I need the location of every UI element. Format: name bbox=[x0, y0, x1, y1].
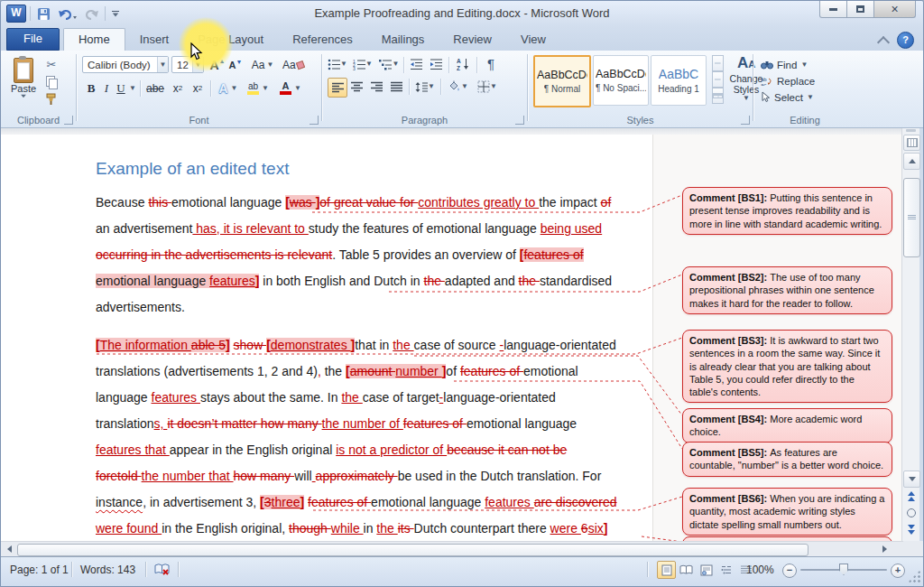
replace-button[interactable]: abac Replace bbox=[761, 73, 815, 89]
scroll-down-button[interactable] bbox=[903, 471, 920, 488]
bullets-button[interactable]: ▼ bbox=[328, 56, 347, 72]
font-dialog-launcher[interactable] bbox=[310, 116, 319, 125]
style-no-spaci[interactable]: AaBbCcDc¶ No Spaci... bbox=[593, 55, 649, 106]
tab-home[interactable]: Home bbox=[63, 28, 125, 51]
tab-view[interactable]: View bbox=[506, 29, 560, 51]
help-button[interactable]: ? bbox=[897, 32, 914, 49]
window-resize-grip[interactable] bbox=[908, 570, 920, 582]
maximize-button[interactable] bbox=[847, 1, 874, 18]
collapse-ribbon-icon[interactable] bbox=[877, 35, 890, 48]
page-indicator[interactable]: Page: 1 of 1 bbox=[10, 562, 69, 578]
word-count[interactable]: Words: 143 bbox=[80, 562, 135, 578]
shrink-font-button[interactable]: A▼ bbox=[227, 55, 244, 74]
underline-dropdown[interactable]: ▼ bbox=[128, 79, 137, 98]
underline-button[interactable]: U bbox=[115, 79, 127, 98]
document-line: an advertisement has, it is relevant to … bbox=[96, 216, 612, 242]
shading-button[interactable]: ▼ bbox=[445, 78, 470, 96]
italic-button[interactable]: I bbox=[100, 79, 113, 98]
split-handle[interactable] bbox=[906, 129, 916, 132]
comment-balloon-bs2[interactable]: Comment [BS2]: The use of too many prepo… bbox=[682, 266, 892, 314]
outline-view-button[interactable] bbox=[716, 561, 735, 579]
vertical-scroll-thumb[interactable] bbox=[903, 178, 920, 257]
font-size-combobox[interactable]: 12 ▼ bbox=[171, 56, 204, 73]
document-line: translations (advertisements 1, 2 and 4)… bbox=[96, 359, 617, 385]
select-browse-object-button[interactable] bbox=[904, 507, 919, 519]
zoom-in-button[interactable]: + bbox=[891, 564, 905, 578]
scroll-left-button[interactable] bbox=[3, 544, 15, 554]
numbering-button[interactable]: 123▼ bbox=[353, 56, 373, 72]
style-scroll-down-button[interactable] bbox=[712, 71, 724, 88]
scroll-right-button[interactable] bbox=[878, 544, 891, 554]
customize-quick-access-button[interactable] bbox=[109, 5, 122, 23]
tab-page-layout[interactable]: Page Layout bbox=[183, 29, 278, 51]
print-layout-view-button[interactable] bbox=[657, 561, 676, 579]
multilevel-list-button[interactable]: ▼ bbox=[378, 56, 400, 72]
copy-button[interactable] bbox=[42, 73, 60, 90]
save-button[interactable] bbox=[34, 5, 52, 23]
select-button[interactable]: Select ▼ bbox=[761, 89, 814, 105]
undo-button[interactable] bbox=[56, 5, 79, 23]
style-gallery-more-button[interactable] bbox=[712, 88, 724, 104]
cut-button[interactable]: ✂ bbox=[42, 56, 60, 73]
tab-review[interactable]: Review bbox=[439, 29, 506, 51]
superscript-button[interactable]: x2 bbox=[189, 79, 207, 98]
document-canvas[interactable]: Example of an edited text Because this e… bbox=[1, 128, 903, 541]
horizontal-scroll-thumb[interactable] bbox=[17, 544, 808, 556]
comment-balloon-bs5[interactable]: Comment [BS5]: As features are countable… bbox=[682, 442, 892, 477]
show-hide-pilcrow-button[interactable]: ¶ bbox=[483, 54, 499, 72]
font-color-button[interactable]: A ▼ bbox=[277, 79, 304, 98]
zoom-slider-thumb[interactable] bbox=[839, 564, 848, 575]
decrease-indent-button[interactable] bbox=[407, 56, 425, 72]
align-left-button[interactable] bbox=[328, 78, 347, 98]
strikethrough-button[interactable]: abe bbox=[143, 79, 167, 98]
style-normal[interactable]: AaBbCcDc¶ Normal bbox=[533, 55, 591, 107]
previous-page-button[interactable] bbox=[904, 489, 919, 502]
justify-button[interactable] bbox=[387, 78, 405, 96]
comment-balloon-bs3[interactable]: Comment [BS3]: It is awkward to start tw… bbox=[682, 330, 892, 403]
minimize-button[interactable] bbox=[819, 1, 847, 18]
proofing-status-button[interactable] bbox=[154, 563, 171, 579]
tab-references[interactable]: References bbox=[278, 29, 366, 51]
next-page-button[interactable] bbox=[904, 523, 919, 536]
text-effects-button[interactable]: A ▼ bbox=[216, 79, 241, 98]
tab-mailings[interactable]: Mailings bbox=[367, 29, 439, 51]
change-case-button[interactable]: Aa▼ bbox=[251, 55, 274, 74]
horizontal-scrollbar[interactable] bbox=[1, 541, 903, 556]
style-heading-1[interactable]: AaBbCHeading 1 bbox=[651, 55, 707, 106]
paste-button[interactable]: Paste bbox=[6, 55, 41, 115]
zoom-out-button[interactable]: − bbox=[782, 564, 797, 578]
comment-balloon-bs4[interactable]: Comment [BS4]: More academic word choice… bbox=[682, 408, 892, 443]
clear-formatting-button[interactable]: Aa bbox=[282, 55, 304, 74]
styles-dialog-launcher[interactable] bbox=[741, 116, 750, 125]
bold-button[interactable]: B bbox=[84, 79, 98, 98]
comment-balloon-bs1[interactable]: Comment [BS1]: Putting this sentence in … bbox=[682, 187, 892, 235]
vertical-scrollbar[interactable] bbox=[901, 128, 919, 541]
sort-button[interactable]: AZ bbox=[453, 56, 473, 72]
redo-button[interactable] bbox=[83, 5, 101, 23]
paragraph-dialog-launcher[interactable] bbox=[515, 116, 524, 125]
full-screen-reading-view-button[interactable] bbox=[677, 561, 696, 579]
close-button[interactable]: × bbox=[874, 1, 916, 18]
borders-button[interactable]: ▼ bbox=[474, 78, 501, 96]
clipboard-dialog-launcher[interactable] bbox=[64, 116, 73, 125]
ruler-toggle-button[interactable] bbox=[903, 135, 920, 151]
find-button[interactable]: Find ▼ bbox=[761, 57, 808, 72]
word-logo-icon[interactable]: W bbox=[6, 5, 26, 23]
style-scroll-up-button[interactable] bbox=[712, 55, 724, 71]
align-right-button[interactable] bbox=[367, 78, 385, 96]
format-painter-button[interactable] bbox=[42, 90, 60, 107]
align-center-button[interactable] bbox=[347, 78, 365, 96]
subscript-button[interactable]: x2 bbox=[169, 79, 187, 98]
increase-indent-button[interactable] bbox=[427, 56, 445, 72]
tab-insert[interactable]: Insert bbox=[125, 29, 184, 51]
grow-font-button[interactable]: A▲ bbox=[208, 55, 226, 74]
scroll-up-button[interactable] bbox=[903, 153, 920, 170]
line-spacing-button[interactable]: ▼ bbox=[413, 78, 437, 96]
text-run: The information bbox=[100, 338, 191, 352]
comment-balloon-bs6[interactable]: Comment [BS6]: When you are indicating a… bbox=[682, 488, 892, 536]
text-highlight-button[interactable]: ab ▼ bbox=[245, 79, 272, 98]
web-layout-view-button[interactable] bbox=[697, 561, 716, 579]
zoom-level[interactable]: 100% bbox=[746, 562, 774, 578]
tab-file[interactable]: File bbox=[6, 28, 60, 51]
font-name-combobox[interactable]: Calibri (Body) ▼ bbox=[82, 56, 169, 73]
